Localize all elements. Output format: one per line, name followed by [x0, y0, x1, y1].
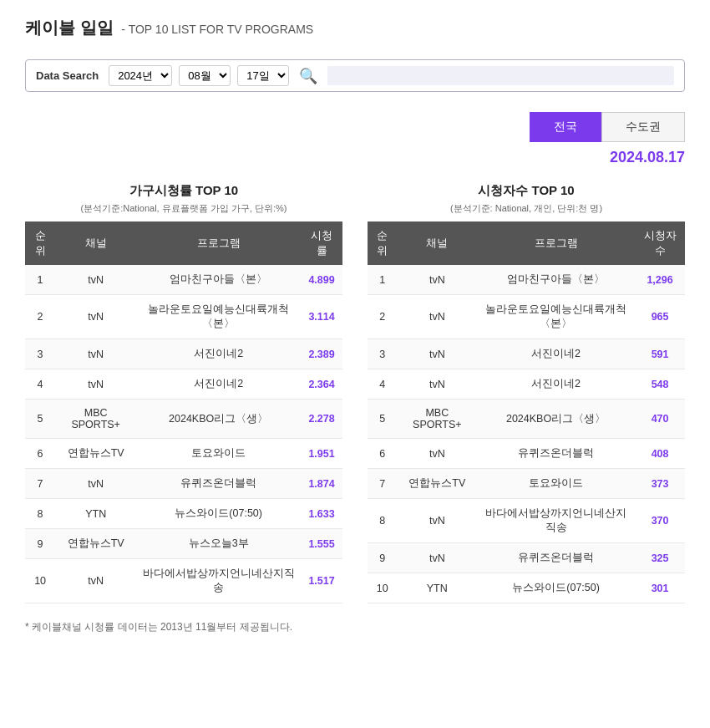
rank-cell: 9 — [368, 543, 398, 573]
viewers-cell: 373 — [635, 469, 685, 499]
channel-cell: tvN — [55, 295, 136, 339]
program-cell: 뉴스와이드(07:50) — [136, 499, 301, 529]
col-viewers-v: 시청자수 — [635, 221, 685, 265]
rank-cell: 10 — [368, 573, 398, 603]
title-subtitle: - TOP 10 LIST FOR TV PROGRAMS — [121, 23, 313, 36]
rank-cell: 7 — [25, 469, 55, 499]
viewers-cell: 1,296 — [635, 265, 685, 295]
channel-cell: tvN — [55, 339, 136, 369]
rating-cell: 2.389 — [301, 339, 342, 369]
rank-cell: 6 — [368, 439, 398, 469]
viewers-cell: 591 — [635, 339, 685, 369]
channel-cell: tvN — [398, 295, 477, 339]
rank-cell: 2 — [25, 295, 55, 339]
rating-cell: 3.114 — [301, 295, 342, 339]
program-cell: 토요와이드 — [136, 439, 301, 469]
program-cell: 서진이네2 — [136, 369, 301, 400]
day-select[interactable]: 01일02일03일04일 05일06일07일08일 09일10일11일12일 1… — [237, 65, 289, 86]
rating-cell: 1.951 — [301, 439, 342, 469]
channel-cell: 연합뉴스TV — [55, 529, 136, 559]
channel-cell: YTN — [55, 499, 136, 529]
rank-cell: 3 — [25, 339, 55, 369]
rating-cell: 2.364 — [301, 369, 342, 400]
channel-cell: MBC SPORTS+ — [398, 400, 477, 439]
rank-cell: 10 — [25, 559, 55, 603]
rating-cell: 4.899 — [301, 265, 342, 295]
search-bar: Data Search 2024년 2023년 2022년 01월02월03월0… — [25, 59, 685, 92]
page-title: 케이블 일일 - TOP 10 LIST FOR TV PROGRAMS — [25, 17, 685, 39]
region-btn-nationwide[interactable]: 전국 — [530, 112, 601, 142]
table-row: 5 MBC SPORTS+ 2024KBO리그〈생〉 470 — [368, 400, 685, 439]
footnote: * 케이블채널 시청률 데이터는 2013년 11월부터 제공됩니다. — [25, 620, 685, 634]
rank-cell: 5 — [368, 400, 398, 439]
table-row: 1 tvN 엄마친구아들〈본〉 4.899 — [25, 265, 342, 295]
table-row: 10 YTN 뉴스와이드(07:50) 301 — [368, 573, 685, 603]
program-cell: 엄마친구아들〈본〉 — [136, 265, 301, 295]
region-btn-metro[interactable]: 수도권 — [601, 112, 685, 142]
table-row: 8 YTN 뉴스와이드(07:50) 1.633 — [25, 499, 342, 529]
channel-cell: 연합뉴스TV — [55, 439, 136, 469]
rank-cell: 1 — [25, 265, 55, 295]
table-row: 8 tvN 바다에서밥상까지언니네산지직송 370 — [368, 499, 685, 543]
program-cell: 유퀴즈온더블럭 — [477, 439, 635, 469]
program-cell: 2024KBO리그〈생〉 — [477, 400, 635, 439]
rating-cell: 1.517 — [301, 559, 342, 603]
household-table-subtitle: (분석기준:National, 유료플랫폼 가입 가구, 단위:%) — [25, 202, 342, 215]
program-cell: 엄마친구아들〈본〉 — [477, 265, 635, 295]
table-row: 3 tvN 서진이네2 591 — [368, 339, 685, 369]
channel-cell: tvN — [398, 339, 477, 369]
table-row: 7 연합뉴스TV 토요와이드 373 — [368, 469, 685, 499]
table-row: 2 tvN 놀라운토요일예능신대륙개척〈본〉 3.114 — [25, 295, 342, 339]
rating-cell: 1.874 — [301, 469, 342, 499]
program-cell: 바다에서밥상까지언니네산지직송 — [477, 499, 635, 543]
search-button[interactable]: 🔍 — [296, 67, 321, 85]
table-row: 5 MBC SPORTS+ 2024KBO리그〈생〉 2.278 — [25, 400, 342, 439]
rank-cell: 8 — [25, 499, 55, 529]
col-rating-h: 시청률 — [301, 221, 342, 265]
channel-cell: tvN — [398, 439, 477, 469]
table-row: 7 tvN 유퀴즈온더블럭 1.874 — [25, 469, 342, 499]
rating-cell: 2.278 — [301, 400, 342, 439]
col-rank-v: 순위 — [368, 221, 398, 265]
channel-cell: YTN — [398, 573, 477, 603]
viewers-cell: 965 — [635, 295, 685, 339]
date-display: 2024.08.17 — [25, 149, 685, 166]
col-channel-h: 채널 — [55, 221, 136, 265]
rank-cell: 2 — [368, 295, 398, 339]
rank-cell: 9 — [25, 529, 55, 559]
rank-cell: 4 — [25, 369, 55, 400]
region-buttons: 전국 수도권 — [25, 112, 685, 142]
household-table-section: 가구시청률 TOP 10 (분석기준:National, 유료플랫폼 가입 가구… — [25, 183, 342, 603]
col-program-v: 프로그램 — [477, 221, 635, 265]
col-channel-v: 채널 — [398, 221, 477, 265]
channel-cell: tvN — [398, 499, 477, 543]
channel-cell: 연합뉴스TV — [398, 469, 477, 499]
program-cell: 놀라운토요일예능신대륙개척〈본〉 — [136, 295, 301, 339]
rank-cell: 1 — [368, 265, 398, 295]
search-label: Data Search — [36, 69, 99, 82]
rating-cell: 1.633 — [301, 499, 342, 529]
program-cell: 서진이네2 — [477, 339, 635, 369]
rank-cell: 3 — [368, 339, 398, 369]
table-row: 2 tvN 놀라운토요일예능신대륙개척〈본〉 965 — [368, 295, 685, 339]
col-rank-h: 순위 — [25, 221, 55, 265]
table-row: 3 tvN 서진이네2 2.389 — [25, 339, 342, 369]
channel-cell: tvN — [55, 559, 136, 603]
table-row: 9 연합뉴스TV 뉴스오늘3부 1.555 — [25, 529, 342, 559]
program-cell: 서진이네2 — [136, 339, 301, 369]
viewers-cell: 370 — [635, 499, 685, 543]
household-table: 순위 채널 프로그램 시청률 1 tvN 엄마친구아들〈본〉 4.899 2 t… — [25, 221, 342, 603]
channel-cell: tvN — [55, 469, 136, 499]
table-row: 6 tvN 유퀴즈온더블럭 408 — [368, 439, 685, 469]
search-input[interactable] — [327, 66, 674, 85]
month-select[interactable]: 01월02월03월04월 05월06월07월08월 09월10월11월12월 — [179, 65, 231, 86]
viewer-table-title: 시청자수 TOP 10 — [368, 183, 685, 199]
rank-cell: 5 — [25, 400, 55, 439]
rank-cell: 8 — [368, 499, 398, 543]
channel-cell: tvN — [398, 265, 477, 295]
channel-cell: tvN — [55, 369, 136, 400]
year-select[interactable]: 2024년 2023년 2022년 — [109, 65, 172, 86]
col-program-h: 프로그램 — [136, 221, 301, 265]
program-cell: 유퀴즈온더블럭 — [136, 469, 301, 499]
channel-cell: MBC SPORTS+ — [55, 400, 136, 439]
